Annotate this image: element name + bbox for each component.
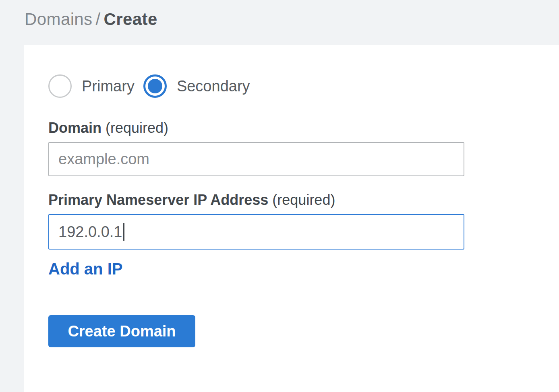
- text-caret: [123, 223, 124, 241]
- nameserver-ip-field-group: Primary Nameserver IP Address (required)…: [48, 192, 535, 250]
- create-domain-panel: Primary Secondary Domain (required) Prim…: [24, 45, 559, 392]
- required-hint: (required): [272, 192, 335, 208]
- radio-option-secondary[interactable]: Secondary: [143, 74, 250, 98]
- radio-label-primary: Primary: [82, 78, 135, 95]
- domain-type-radio-group: Primary Secondary: [48, 74, 535, 98]
- required-hint: (required): [106, 120, 168, 136]
- breadcrumb-current-create: Create: [104, 10, 157, 29]
- domain-field-label: Domain (required): [48, 120, 535, 136]
- breadcrumb: Domains/Create: [25, 10, 157, 29]
- radio-label-secondary: Secondary: [177, 78, 250, 95]
- breadcrumb-domains-link[interactable]: Domains: [25, 10, 93, 29]
- radio-selected-icon: [143, 74, 167, 98]
- breadcrumb-separator: /: [93, 10, 104, 29]
- radio-unselected-icon: [48, 74, 72, 98]
- domain-field-group: Domain (required): [48, 120, 535, 176]
- create-domain-button[interactable]: Create Domain: [48, 315, 195, 347]
- domain-input[interactable]: [48, 142, 464, 176]
- nameserver-ip-value: 192.0.0.1: [58, 223, 122, 241]
- domain-create-page: { "breadcrumb": { "section": "Domains", …: [0, 0, 559, 392]
- add-an-ip-link[interactable]: Add an IP: [48, 260, 122, 278]
- nameserver-ip-input[interactable]: 192.0.0.1: [48, 214, 464, 250]
- nameserver-ip-field-label: Primary Nameserver IP Address (required): [48, 192, 535, 208]
- radio-option-primary[interactable]: Primary: [48, 74, 135, 98]
